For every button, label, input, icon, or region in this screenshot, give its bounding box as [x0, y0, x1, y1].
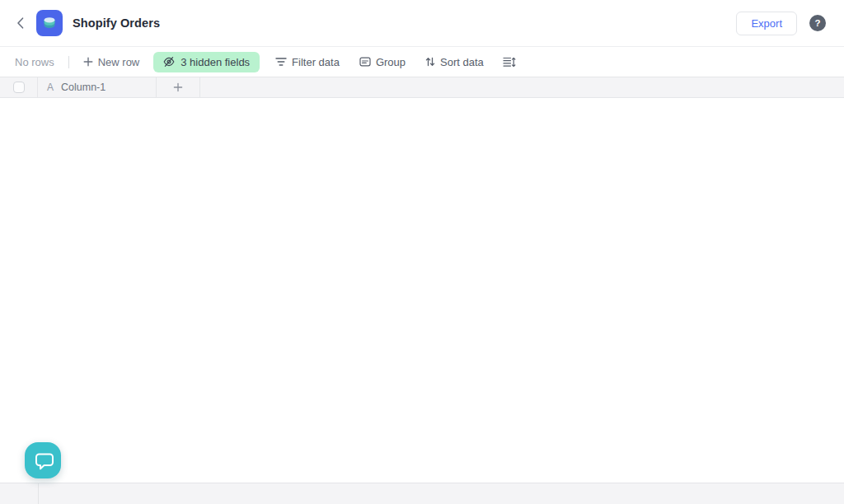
eye-off-icon [163, 56, 175, 68]
footer-column-divider [38, 483, 39, 504]
grid-header-filler [200, 77, 844, 97]
column-name: Column-1 [61, 82, 106, 93]
chevron-left-icon [16, 16, 25, 30]
database-app-icon [36, 10, 63, 36]
hidden-fields-button[interactable]: 3 hidden fields [153, 52, 260, 72]
new-row-label: New row [98, 56, 140, 68]
sort-label: Sort data [440, 56, 484, 68]
row-count-label: No rows [15, 56, 54, 68]
new-row-button[interactable]: New row [83, 56, 140, 68]
select-all-cell [0, 77, 38, 97]
filter-button[interactable]: Filter data [275, 56, 340, 68]
grid-header-row: A Column-1 [0, 77, 844, 98]
chat-bubble-icon [25, 442, 61, 478]
help-label: ? [814, 18, 820, 28]
add-column-plus-icon [173, 82, 183, 92]
add-column-button[interactable] [157, 77, 200, 97]
sort-arrows-icon [425, 56, 435, 68]
group-button[interactable]: Group [359, 56, 406, 68]
plus-icon [83, 57, 93, 67]
group-card-icon [359, 57, 371, 67]
sort-button[interactable]: Sort data [425, 56, 484, 68]
chat-launcher-button[interactable] [25, 442, 61, 478]
row-height-icon [503, 57, 516, 68]
text-field-type-icon: A [47, 82, 54, 92]
row-height-button[interactable] [503, 57, 516, 68]
group-label: Group [376, 56, 406, 68]
filter-label: Filter data [292, 56, 340, 68]
page-title: Shopify Orders [73, 16, 160, 30]
hidden-fields-label: 3 hidden fields [181, 56, 250, 68]
export-button[interactable]: Export [736, 12, 797, 35]
help-button[interactable]: ? [809, 15, 826, 31]
filter-icon [275, 57, 287, 67]
toolbar-divider [68, 56, 69, 68]
column-header-column-1[interactable]: A Column-1 [38, 77, 157, 97]
app-window: Shopify Orders Export ? No rows New row … [0, 0, 844, 504]
toolbar: No rows New row 3 hidden fields Filter d… [0, 47, 844, 77]
footer-bar [0, 483, 844, 504]
database-icon [40, 14, 59, 32]
header: Shopify Orders Export ? [0, 0, 844, 47]
select-all-checkbox[interactable] [13, 82, 25, 93]
back-button[interactable] [11, 12, 29, 35]
grid-body-empty [0, 98, 844, 483]
